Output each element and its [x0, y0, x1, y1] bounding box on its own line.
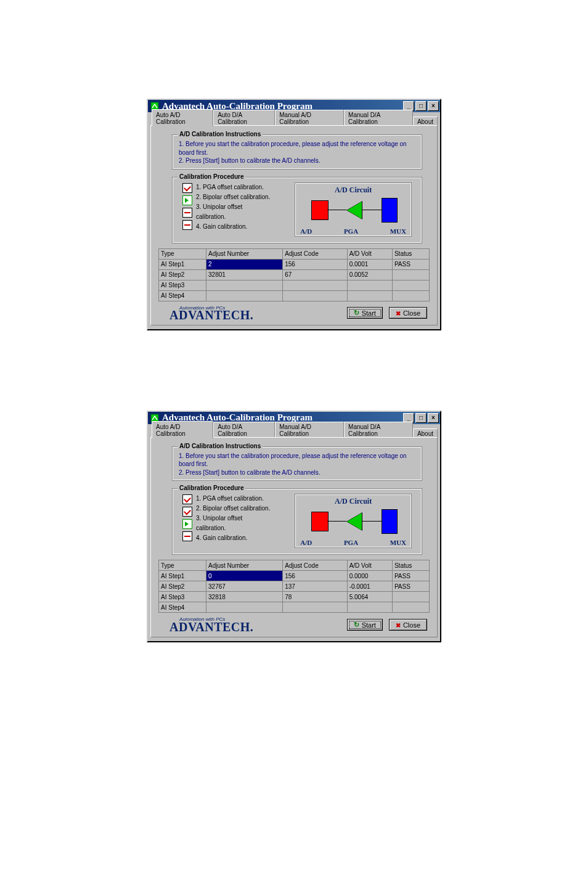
step-status-icon: [182, 519, 192, 529]
close-window-button[interactable]: ×: [428, 101, 439, 111]
step-icon-column: [182, 494, 194, 548]
close-button-label: Close: [403, 621, 420, 629]
refresh-icon: [354, 621, 359, 629]
procedure-group: Calibration Procedure 1. PGA offset cali…: [172, 177, 422, 244]
cell-ad-volt: [347, 602, 392, 613]
cell-ad-volt: 0.0001: [347, 259, 392, 269]
step-list: 1. PGA offset calibration. 2. Bipolar of…: [196, 182, 274, 237]
col-type: Type: [159, 248, 206, 259]
table-row[interactable]: AI Step232767137-0.0001PASS: [159, 581, 430, 592]
instruction-line-1: 1. Before you start the calibration proc…: [179, 140, 415, 157]
cell-adjust-num: 32801: [206, 269, 283, 280]
col-type: Type: [159, 560, 206, 571]
ad-block-icon: [311, 200, 329, 220]
col-ad-volt: A/D Volt: [347, 248, 392, 259]
col-adjust-num: Adjust Number: [206, 248, 283, 259]
col-status: Status: [392, 560, 429, 571]
step-label: 1. PGA offset calibration.: [196, 182, 274, 192]
close-button[interactable]: Close: [389, 307, 427, 319]
cell-adjust-num: [206, 280, 283, 290]
tab-auto-da[interactable]: Auto D/A Calibration: [213, 110, 275, 126]
table-row[interactable]: AI Step3: [159, 280, 430, 290]
results-table: Type Adjust Number Adjust Code A/D Volt …: [158, 248, 430, 301]
tab-strip: Auto A/D Calibration Auto D/A Calibratio…: [150, 115, 438, 126]
step-status-icon: [182, 195, 192, 205]
close-window-button[interactable]: ×: [428, 413, 439, 423]
cell-adjust-num: 32818: [206, 592, 283, 602]
maximize-button[interactable]: □: [415, 413, 427, 423]
cell-type: AI Step2: [159, 581, 206, 592]
circuit-label-mux: MUX: [390, 539, 406, 546]
cell-adjust-code: [283, 290, 347, 301]
cell-adjust-num: [206, 290, 283, 301]
cell-type: AI Step4: [159, 602, 206, 613]
cell-status: PASS: [392, 581, 429, 592]
procedure-title: Calibration Procedure: [178, 173, 245, 180]
close-icon: [396, 309, 401, 317]
tab-about[interactable]: About: [413, 428, 438, 438]
close-button-label: Close: [403, 309, 420, 317]
circuit-title: A/D Circuit: [299, 186, 407, 195]
cell-adjust-code: 156: [283, 571, 347, 581]
cell-status: [392, 269, 429, 280]
circuit-diagram: A/D Circuit A/D PGA: [295, 182, 412, 237]
tab-panel: A/D Calibration Instructions 1. Before y…: [150, 125, 438, 325]
tab-manual-da[interactable]: Manual D/A Calibration: [344, 422, 413, 438]
instruction-line-2: 2. Press [Start] button to calibrate the…: [179, 157, 415, 165]
close-button[interactable]: Close: [389, 619, 427, 631]
cell-status: PASS: [392, 571, 429, 581]
tab-strip: Auto A/D Calibration Auto D/A Calibratio…: [150, 427, 438, 438]
ad-block-icon: [311, 512, 329, 531]
step-list: 1. PGA offset calibration. 2. Bipolar of…: [196, 494, 274, 548]
tab-manual-da[interactable]: Manual D/A Calibration: [344, 110, 413, 126]
app-window-2: Advantech Auto-Calibration Program _ □ ×…: [147, 411, 441, 642]
tab-auto-ad[interactable]: Auto A/D Calibration: [152, 109, 213, 126]
cell-adjust-code: 67: [283, 269, 347, 280]
advantech-logo: Automation with PCs ADVANTECH.: [169, 618, 253, 631]
wire-icon: [362, 210, 382, 210]
instruction-line-2: 2. Press [Start] button to calibrate the…: [179, 469, 415, 477]
advantech-logo: Automation with PCs ADVANTECH.: [169, 306, 253, 320]
maximize-button[interactable]: □: [415, 101, 427, 111]
wire-icon: [327, 521, 346, 522]
tab-about[interactable]: About: [413, 117, 438, 126]
step-icon-column: [182, 182, 194, 237]
instructions-group: A/D Calibration Instructions 1. Before y…: [172, 134, 422, 170]
cell-adjust-num: [206, 602, 283, 613]
start-button[interactable]: Start: [347, 619, 383, 631]
logo-text: ADVANTECH.: [169, 310, 253, 320]
col-status: Status: [392, 248, 429, 259]
circuit-diagram: A/D Circuit A/D PGA: [295, 494, 412, 548]
cell-status: PASS: [392, 259, 429, 269]
mux-block-icon: [382, 198, 398, 223]
tab-manual-ad[interactable]: Manual A/D Calibration: [275, 422, 344, 438]
logo-text: ADVANTECH.: [169, 622, 253, 632]
close-icon: [396, 621, 401, 629]
cell-adjust-code: [283, 280, 347, 290]
wire-icon: [327, 210, 346, 210]
cell-ad-volt: 5.0064: [347, 592, 392, 602]
table-row[interactable]: AI Step121560.0001PASS: [159, 259, 430, 269]
cell-status: [392, 280, 429, 290]
mux-block-icon: [382, 509, 398, 534]
cell-ad-volt: 0.0052: [347, 269, 392, 280]
cell-type: AI Step1: [159, 259, 206, 269]
circuit-label-pga: PGA: [344, 227, 358, 235]
table-row[interactable]: AI Step4: [159, 290, 430, 301]
table-row[interactable]: AI Step101560.0000PASS: [159, 571, 430, 581]
instructions-title: A/D Calibration Instructions: [178, 443, 263, 449]
start-button-label: Start: [362, 309, 376, 317]
table-row[interactable]: AI Step4: [159, 602, 430, 613]
table-row[interactable]: AI Step332818785.0064: [159, 592, 430, 602]
table-row[interactable]: AI Step232801670.0052: [159, 269, 430, 280]
start-button[interactable]: Start: [347, 307, 383, 319]
start-button-label: Start: [362, 621, 376, 629]
results-table: Type Adjust Number Adjust Code A/D Volt …: [158, 560, 430, 613]
wire-icon: [362, 521, 382, 522]
tab-manual-ad[interactable]: Manual A/D Calibration: [275, 110, 344, 126]
tab-auto-da[interactable]: Auto D/A Calibration: [213, 422, 275, 438]
circuit-label-mux: MUX: [390, 227, 406, 235]
tab-auto-ad[interactable]: Auto A/D Calibration: [152, 421, 213, 438]
step-label: 3. Unipolar offset calibration.: [196, 202, 274, 222]
step-label: 3. Unipolar offset calibration.: [196, 514, 274, 533]
